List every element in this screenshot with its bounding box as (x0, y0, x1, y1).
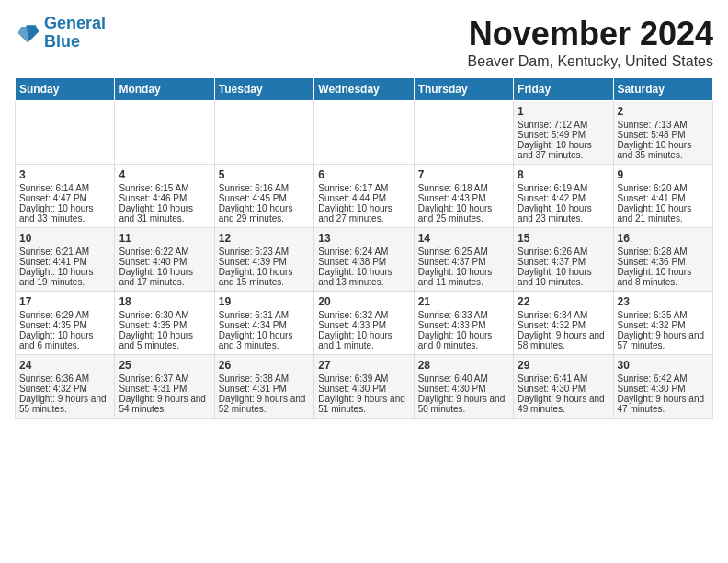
calendar-cell: 3Sunrise: 6:14 AMSunset: 4:47 PMDaylight… (16, 165, 115, 228)
calendar-cell: 6Sunrise: 6:17 AMSunset: 4:44 PMDaylight… (314, 165, 414, 228)
sunset-text: Sunset: 5:49 PM (518, 130, 609, 140)
sunrise-text: Sunrise: 6:32 AM (318, 310, 409, 320)
daylight-text: Daylight: 10 hours and 19 minutes. (19, 267, 110, 287)
sunset-text: Sunset: 4:38 PM (318, 257, 409, 267)
month-title: November 2024 (468, 15, 713, 53)
daylight-text: Daylight: 10 hours and 17 minutes. (119, 267, 210, 287)
header: General Blue November 2024 Beaver Dam, K… (15, 15, 713, 70)
calendar-cell: 5Sunrise: 6:16 AMSunset: 4:45 PMDaylight… (214, 165, 313, 228)
day-number: 27 (318, 359, 409, 372)
daylight-text: Daylight: 10 hours and 0 minutes. (418, 330, 509, 350)
sunset-text: Sunset: 4:39 PM (219, 257, 310, 267)
sunset-text: Sunset: 4:37 PM (418, 257, 509, 267)
daylight-text: Daylight: 10 hours and 23 minutes. (518, 203, 609, 224)
sunrise-text: Sunrise: 6:35 AM (618, 310, 709, 320)
sunrise-text: Sunrise: 6:23 AM (219, 247, 310, 257)
calendar-cell: 2Sunrise: 7:13 AMSunset: 5:48 PMDaylight… (613, 101, 712, 165)
daylight-text: Daylight: 10 hours and 13 minutes. (318, 267, 409, 287)
calendar-cell: 11Sunrise: 6:22 AMSunset: 4:40 PMDayligh… (115, 228, 214, 292)
day-header-tuesday: Tuesday (214, 78, 313, 101)
location-title: Beaver Dam, Kentucky, United States (468, 53, 713, 70)
sunset-text: Sunset: 4:30 PM (518, 384, 609, 394)
calendar-cell: 21Sunrise: 6:33 AMSunset: 4:33 PMDayligh… (414, 292, 513, 355)
sunrise-text: Sunrise: 6:31 AM (219, 310, 310, 320)
sunset-text: Sunset: 4:35 PM (119, 320, 210, 330)
logo: General Blue (15, 15, 106, 52)
daylight-text: Daylight: 9 hours and 55 minutes. (19, 394, 110, 414)
calendar-cell: 10Sunrise: 6:21 AMSunset: 4:41 PMDayligh… (16, 228, 115, 292)
sunrise-text: Sunrise: 6:15 AM (119, 183, 210, 193)
calendar-cell (16, 101, 115, 165)
daylight-text: Daylight: 10 hours and 15 minutes. (219, 267, 310, 287)
calendar-cell: 14Sunrise: 6:25 AMSunset: 4:37 PMDayligh… (414, 228, 513, 292)
sunset-text: Sunset: 4:37 PM (518, 257, 609, 267)
sunrise-text: Sunrise: 7:13 AM (618, 120, 709, 130)
day-number: 25 (119, 359, 210, 372)
sunset-text: Sunset: 5:48 PM (618, 130, 709, 140)
day-number: 19 (219, 295, 310, 308)
header-row: SundayMondayTuesdayWednesdayThursdayFrid… (16, 78, 713, 101)
calendar-cell: 27Sunrise: 6:39 AMSunset: 4:30 PMDayligh… (314, 355, 414, 419)
calendar-cell: 25Sunrise: 6:37 AMSunset: 4:31 PMDayligh… (115, 355, 214, 419)
day-number: 10 (19, 232, 110, 245)
sunset-text: Sunset: 4:45 PM (219, 193, 310, 203)
calendar-cell: 24Sunrise: 6:36 AMSunset: 4:32 PMDayligh… (16, 355, 115, 419)
calendar-table: SundayMondayTuesdayWednesdayThursdayFrid… (15, 77, 713, 419)
sunrise-text: Sunrise: 6:18 AM (418, 183, 509, 193)
day-number: 13 (318, 232, 409, 245)
day-header-sunday: Sunday (16, 78, 115, 101)
daylight-text: Daylight: 10 hours and 5 minutes. (119, 330, 210, 350)
calendar-cell: 20Sunrise: 6:32 AMSunset: 4:33 PMDayligh… (314, 292, 414, 355)
day-header-wednesday: Wednesday (314, 78, 414, 101)
daylight-text: Daylight: 9 hours and 49 minutes. (518, 394, 609, 414)
calendar-cell: 15Sunrise: 6:26 AMSunset: 4:37 PMDayligh… (514, 228, 613, 292)
daylight-text: Daylight: 10 hours and 3 minutes. (219, 330, 310, 350)
sunset-text: Sunset: 4:34 PM (219, 320, 310, 330)
calendar-cell: 8Sunrise: 6:19 AMSunset: 4:42 PMDaylight… (514, 165, 613, 228)
day-header-monday: Monday (115, 78, 214, 101)
sunrise-text: Sunrise: 6:22 AM (119, 247, 210, 257)
sunrise-text: Sunrise: 6:34 AM (518, 310, 609, 320)
day-number: 18 (119, 295, 210, 308)
week-row-5: 24Sunrise: 6:36 AMSunset: 4:32 PMDayligh… (16, 355, 713, 419)
sunrise-text: Sunrise: 6:20 AM (618, 183, 709, 193)
daylight-text: Daylight: 10 hours and 37 minutes. (518, 140, 609, 160)
sunset-text: Sunset: 4:30 PM (318, 384, 409, 394)
calendar-cell: 13Sunrise: 6:24 AMSunset: 4:38 PMDayligh… (314, 228, 414, 292)
daylight-text: Daylight: 10 hours and 25 minutes. (418, 203, 509, 224)
sunrise-text: Sunrise: 6:41 AM (518, 373, 609, 384)
calendar-cell: 22Sunrise: 6:34 AMSunset: 4:32 PMDayligh… (514, 292, 613, 355)
title-area: November 2024 Beaver Dam, Kentucky, Unit… (468, 15, 713, 70)
day-header-friday: Friday (514, 78, 613, 101)
sunrise-text: Sunrise: 6:36 AM (19, 373, 110, 384)
sunset-text: Sunset: 4:30 PM (418, 384, 509, 394)
day-number: 29 (518, 359, 609, 372)
sunset-text: Sunset: 4:30 PM (618, 384, 709, 394)
daylight-text: Daylight: 9 hours and 58 minutes. (518, 330, 609, 350)
sunrise-text: Sunrise: 7:12 AM (518, 120, 609, 130)
sunset-text: Sunset: 4:43 PM (418, 193, 509, 203)
sunrise-text: Sunrise: 6:16 AM (219, 183, 310, 193)
calendar-cell: 1Sunrise: 7:12 AMSunset: 5:49 PMDaylight… (514, 101, 613, 165)
day-header-saturday: Saturday (613, 78, 712, 101)
daylight-text: Daylight: 10 hours and 27 minutes. (318, 203, 409, 224)
calendar-cell: 26Sunrise: 6:38 AMSunset: 4:31 PMDayligh… (214, 355, 313, 419)
day-number: 21 (418, 295, 509, 308)
daylight-text: Daylight: 9 hours and 54 minutes. (119, 394, 210, 414)
sunset-text: Sunset: 4:31 PM (119, 384, 210, 394)
daylight-text: Daylight: 9 hours and 57 minutes. (618, 330, 709, 350)
sunset-text: Sunset: 4:32 PM (19, 384, 110, 394)
day-number: 6 (318, 168, 409, 181)
sunrise-text: Sunrise: 6:42 AM (618, 373, 709, 384)
daylight-text: Daylight: 10 hours and 35 minutes. (618, 140, 709, 160)
daylight-text: Daylight: 10 hours and 1 minute. (318, 330, 409, 350)
sunrise-text: Sunrise: 6:30 AM (119, 310, 210, 320)
day-number: 17 (19, 295, 110, 308)
day-number: 12 (219, 232, 310, 245)
sunrise-text: Sunrise: 6:39 AM (318, 373, 409, 384)
sunset-text: Sunset: 4:32 PM (518, 320, 609, 330)
sunset-text: Sunset: 4:40 PM (119, 257, 210, 267)
sunset-text: Sunset: 4:31 PM (219, 384, 310, 394)
sunrise-text: Sunrise: 6:33 AM (418, 310, 509, 320)
calendar-cell: 4Sunrise: 6:15 AMSunset: 4:46 PMDaylight… (115, 165, 214, 228)
